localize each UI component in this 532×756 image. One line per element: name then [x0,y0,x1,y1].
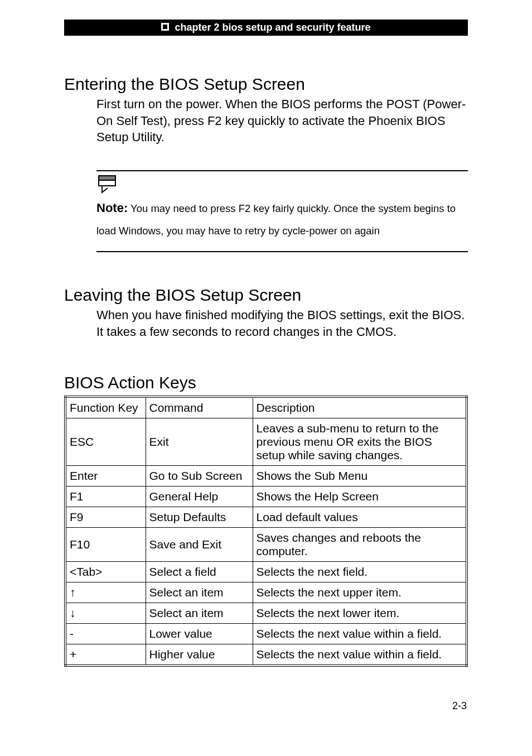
cell-desc: Shows the Sub Menu [253,466,467,487]
cell-cmd: Go to Sub Screen [146,466,253,487]
cell-cmd: Higher value [146,644,253,666]
cell-key: <Tab> [65,562,146,582]
th-description: Description [253,397,467,418]
note-block: Note: You may need to press F2 key fairl… [96,170,468,252]
heading-entering-bios: Entering the BIOS Setup Screen [64,75,468,94]
note-label: Note: [96,201,128,215]
cell-cmd: Save and Exit [146,528,253,562]
table-row: Enter Go to Sub Screen Shows the Sub Men… [65,466,467,487]
cell-cmd: Select an item [146,603,253,624]
table-row: <Tab> Select a field Selects the next fi… [65,562,467,582]
table-row: ESC Exit Leaves a sub-menu to return to … [65,418,467,466]
body-entering-bios: First turn on the power. When the BIOS p… [96,96,468,146]
cell-desc: Leaves a sub-menu to return to the previ… [253,418,467,466]
table-header-row: Function Key Command Description [65,397,467,418]
table-row: - Lower value Selects the next value wit… [65,624,467,644]
table-row: ↓ Select an item Selects the next lower … [65,603,467,624]
heading-leaving-bios: Leaving the BIOS Setup Screen [64,286,468,305]
cell-desc: Selects the next upper item. [253,582,467,603]
cell-desc: Load default values [253,507,467,528]
note-body: You may need to press F2 key fairly quic… [96,203,456,237]
th-command: Command [146,397,253,418]
chapter-header: chapter 2 bios setup and security featur… [64,20,468,36]
cell-desc: Selects the next value within a field. [253,644,467,666]
cell-cmd: General Help [146,487,253,507]
note-text: Note: You may need to press F2 key fairl… [96,196,468,241]
heading-action-keys: BIOS Action Keys [64,373,468,392]
cell-key: ESC [65,418,146,466]
cell-cmd: Lower value [146,624,253,644]
cell-key: F9 [65,507,146,528]
note-icon [96,175,468,195]
cell-desc: Selects the next lower item. [253,603,467,624]
cell-key: F1 [65,487,146,507]
cell-key: ↑ [65,582,146,603]
cell-cmd: Select an item [146,582,253,603]
cell-cmd: Exit [146,418,253,466]
cell-desc: Selects the next field. [253,562,467,582]
table-row: F1 General Help Shows the Help Screen [65,487,467,507]
bios-action-keys-table: Function Key Command Description ESC Exi… [64,396,468,667]
page-number: 2-3 [64,700,468,712]
th-function-key: Function Key [65,397,146,418]
svg-rect-1 [163,25,167,29]
cell-cmd: Setup Defaults [146,507,253,528]
cell-key: + [65,644,146,666]
cell-desc: Selects the next value within a field. [253,624,467,644]
chapter-title: chapter 2 bios setup and security featur… [175,22,370,33]
cell-key: - [65,624,146,644]
square-bullet-icon [161,22,169,33]
cell-desc: Saves changes and reboots the computer. [253,528,467,562]
table-row: + Higher value Selects the next value wi… [65,644,467,666]
cell-key: F10 [65,528,146,562]
table-row: ↑ Select an item Selects the next upper … [65,582,467,603]
body-leaving-bios: When you have finished modifying the BIO… [96,307,468,340]
cell-key: Enter [65,466,146,487]
cell-key: ↓ [65,603,146,624]
cell-cmd: Select a field [146,562,253,582]
table-row: F10 Save and Exit Saves changes and rebo… [65,528,467,562]
table-row: F9 Setup Defaults Load default values [65,507,467,528]
svg-rect-3 [99,176,115,180]
cell-desc: Shows the Help Screen [253,487,467,507]
